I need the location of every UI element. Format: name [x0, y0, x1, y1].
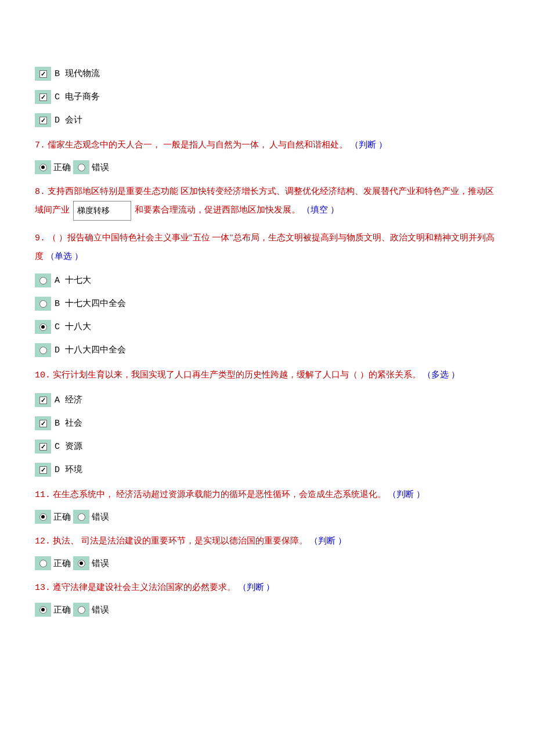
- q9-option-b[interactable]: B 十七大四中全会: [35, 296, 499, 311]
- question-number: 9.: [35, 233, 45, 243]
- q10-option-d[interactable]: D 环境: [35, 462, 499, 477]
- radio-icon: [35, 273, 51, 287]
- question-type: （判断 ）: [388, 489, 425, 499]
- label-true: 正确: [53, 556, 71, 570]
- radio-false[interactable]: [73, 603, 89, 617]
- label-false: 错误: [92, 160, 109, 174]
- q6-option-d[interactable]: D 会计: [35, 113, 499, 128]
- option-label: B 十七大四中全会: [55, 296, 126, 311]
- radio-icon: [35, 320, 51, 334]
- question-number: 13.: [35, 583, 50, 593]
- checkbox-icon: [35, 113, 51, 127]
- label-true: 正确: [53, 510, 71, 524]
- option-label: A 十七大: [55, 273, 91, 288]
- option-label: D 环境: [55, 462, 82, 477]
- radio-false[interactable]: [73, 160, 89, 174]
- q10-option-c[interactable]: C 资源: [35, 439, 499, 454]
- question-number: 10.: [35, 370, 50, 380]
- question-number: 7.: [35, 141, 45, 150]
- option-label: D 十八大四中全会: [55, 343, 126, 358]
- q9-option-c[interactable]: C 十八大: [35, 319, 499, 334]
- q13-options: 正确 错误: [35, 603, 499, 617]
- option-label: A 经济: [55, 393, 82, 408]
- question-text: 实行计划生育以来，我国实现了人口再生产类型的历史性跨越，缓解了人口与（ ）的紧张…: [53, 370, 421, 379]
- question-number: 8.: [35, 187, 45, 197]
- question-9: 9. （ ）报告确立中国特色社会主义事业"五位 一体"总布局，生态文明被提高到与…: [35, 229, 499, 265]
- radio-true[interactable]: [35, 510, 51, 524]
- option-label: B 社会: [55, 416, 82, 431]
- radio-icon: [35, 343, 51, 357]
- q6-option-b[interactable]: B 现代物流: [35, 66, 499, 81]
- radio-true[interactable]: [35, 160, 51, 174]
- option-label: D 会计: [55, 113, 82, 128]
- question-number: 12.: [35, 537, 50, 546]
- radio-false[interactable]: [73, 510, 89, 524]
- label-false: 错误: [92, 603, 109, 617]
- option-label: B 现代物流: [55, 66, 100, 81]
- q10-option-a[interactable]: A 经济: [35, 393, 499, 408]
- fill-blank-input[interactable]: 梯度转移: [73, 201, 131, 221]
- label-true: 正确: [53, 160, 71, 174]
- question-text: （ ）报告确立中国特色社会主义事业"五位 一体"总布局，生态文明被提高到与物质文…: [35, 233, 495, 261]
- question-number: 11.: [35, 490, 50, 500]
- label-false: 错误: [92, 510, 109, 524]
- checkbox-icon: [35, 416, 51, 430]
- q6-option-c[interactable]: C 电子商务: [35, 89, 499, 105]
- question-text: 遵守法律是建设社会主义法治国家的必然要求。: [53, 582, 236, 592]
- checkbox-icon: [35, 67, 51, 81]
- radio-false[interactable]: [73, 556, 89, 570]
- checkbox-icon: [35, 463, 51, 477]
- radio-icon: [35, 297, 51, 311]
- q9-option-a[interactable]: A 十七大: [35, 273, 499, 288]
- checkbox-icon: [35, 440, 51, 453]
- option-label: C 电子商务: [55, 89, 100, 105]
- question-type: （单选 ）: [46, 251, 83, 261]
- question-text: 在生态系统中， 经济活动超过资源承载能力的循环是恶性循环，会造成生态系统退化。: [53, 489, 386, 499]
- question-12: 12. 执法、 司法是法治建设的重要环节，是实现以德治国的重要保障。 （判断 ）: [35, 532, 499, 550]
- label-false: 错误: [92, 556, 109, 570]
- question-text-b: 和要素合理流动，促进西部地区加快发展。: [135, 205, 300, 214]
- question-10: 10. 实行计划生育以来，我国实现了人口再生产类型的历史性跨越，缓解了人口与（ …: [35, 366, 499, 384]
- checkbox-icon: [35, 393, 51, 407]
- question-text: 儒家生态观念中的天人合一， 一般是指人与自然为一体， 人与自然和谐相处。: [48, 140, 348, 149]
- q11-options: 正确 错误: [35, 510, 499, 524]
- question-type: （判断 ）: [238, 582, 275, 592]
- q9-option-d[interactable]: D 十八大四中全会: [35, 343, 499, 358]
- radio-true[interactable]: [35, 603, 51, 617]
- question-text: 执法、 司法是法治建设的重要环节，是实现以德治国的重要保障。: [53, 536, 308, 545]
- question-8: 8. 支持西部地区特别是重要生态功能 区加快转变经济增长方式、调整优化经济结构、…: [35, 182, 499, 221]
- radio-true[interactable]: [35, 556, 51, 570]
- q10-option-b[interactable]: B 社会: [35, 416, 499, 431]
- question-type: （判断 ）: [350, 140, 387, 149]
- q7-options: 正确 错误: [35, 160, 499, 174]
- checkbox-icon: [35, 90, 51, 104]
- option-label: C 十八大: [55, 319, 91, 334]
- label-true: 正确: [53, 603, 71, 617]
- question-type: （判断 ）: [309, 536, 347, 545]
- question-type: （填空 ）: [302, 205, 339, 214]
- option-label: C 资源: [55, 439, 82, 454]
- question-type: （多选 ）: [423, 370, 460, 379]
- question-7: 7. 儒家生态观念中的天人合一， 一般是指人与自然为一体， 人与自然和谐相处。 …: [35, 136, 499, 154]
- question-13: 13. 遵守法律是建设社会主义法治国家的必然要求。 （判断 ）: [35, 578, 499, 597]
- question-11: 11. 在生态系统中， 经济活动超过资源承载能力的循环是恶性循环，会造成生态系统…: [35, 485, 499, 504]
- q12-options: 正确 错误: [35, 556, 499, 570]
